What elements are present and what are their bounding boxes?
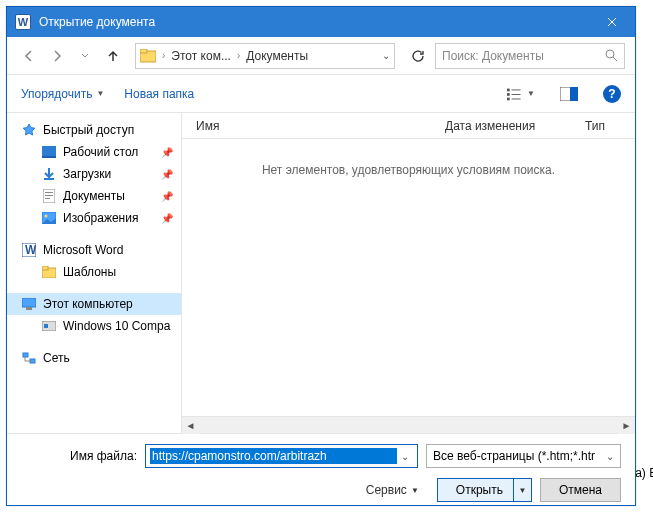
svg-rect-7 [512, 94, 521, 95]
bottom-panel: Имя файла: https://cpamonstro.com/arbitr… [7, 433, 635, 512]
tree-this-pc[interactable]: Этот компьютер [7, 293, 181, 315]
svg-point-18 [45, 215, 48, 218]
tree-win10[interactable]: Windows 10 Compa [7, 315, 181, 337]
pictures-icon [41, 210, 57, 226]
tree-desktop[interactable]: Рабочий стол📌 [7, 141, 181, 163]
star-icon [21, 122, 37, 138]
scroll-right-icon[interactable]: ► [618, 417, 635, 434]
column-date[interactable]: Дата изменения [445, 119, 585, 133]
breadcrumb-separator: › [237, 50, 240, 61]
tree-network[interactable]: Сеть [7, 347, 181, 369]
pin-icon: 📌 [161, 169, 173, 180]
arrow-left-icon [22, 49, 36, 63]
tree-pictures[interactable]: Изображения📌 [7, 207, 181, 229]
chevron-down-icon: ⌄ [606, 451, 614, 462]
svg-rect-15 [45, 195, 53, 196]
back-button[interactable] [17, 44, 41, 68]
svg-rect-10 [570, 87, 578, 101]
svg-rect-8 [512, 98, 521, 99]
chevron-down-icon [80, 51, 90, 61]
folder-icon [140, 48, 156, 64]
search-icon [605, 49, 618, 62]
svg-rect-26 [44, 324, 48, 328]
svg-rect-23 [22, 298, 36, 307]
column-headers: Имя Дата изменения Тип [182, 113, 635, 139]
organize-button[interactable]: Упорядочить▼ [21, 87, 104, 101]
pin-icon: 📌 [161, 213, 173, 224]
empty-message: Нет элементов, удовлетворяющих условиям … [182, 139, 635, 416]
svg-rect-3 [507, 88, 510, 91]
svg-rect-16 [45, 198, 50, 199]
svg-rect-12 [42, 156, 56, 158]
breadcrumb-separator: › [162, 50, 165, 61]
filename-label: Имя файла: [17, 449, 137, 463]
toolbar: Упорядочить▼ Новая папка ▼ ? [7, 75, 635, 113]
pin-icon: 📌 [161, 191, 173, 202]
forward-button[interactable] [45, 44, 69, 68]
folder-icon [41, 264, 57, 280]
open-button[interactable]: Открыть ▼ [437, 478, 532, 502]
new-folder-button[interactable]: Новая папка [124, 87, 194, 101]
dialog-title: Открытие документа [39, 15, 589, 29]
arrow-right-icon [50, 49, 64, 63]
file-type-filter[interactable]: Все веб-страницы (*.htm;*.htr ⌄ [426, 444, 621, 468]
desktop-icon [41, 144, 57, 160]
close-button[interactable] [589, 7, 635, 37]
view-icon [507, 87, 525, 101]
titlebar: W Открытие документа [7, 7, 635, 37]
chevron-down-icon: ▼ [96, 89, 104, 98]
svg-point-2 [606, 50, 614, 58]
tree-quick-access[interactable]: Быстрый доступ [7, 119, 181, 141]
close-icon [607, 17, 617, 27]
pc-icon [21, 296, 37, 312]
view-options-button[interactable]: ▼ [507, 82, 535, 106]
breadcrumb-segment[interactable]: Этот ком... [171, 49, 231, 63]
svg-rect-1 [140, 49, 147, 53]
file-list-area: Имя Дата изменения Тип Нет элементов, уд… [182, 113, 635, 433]
svg-rect-24 [26, 307, 32, 310]
documents-icon [41, 188, 57, 204]
address-bar[interactable]: › Этот ком... › Документы ⌄ [135, 43, 395, 69]
refresh-icon [411, 49, 425, 63]
preview-pane-icon [560, 87, 578, 101]
address-dropdown[interactable]: ⌄ [382, 50, 390, 61]
refresh-button[interactable] [405, 43, 431, 69]
arrow-up-icon [106, 49, 120, 63]
breadcrumb-segment[interactable]: Документы [246, 49, 308, 63]
svg-rect-22 [42, 266, 48, 270]
column-name[interactable]: Имя [196, 119, 445, 133]
navigation-row: › Этот ком... › Документы ⌄ [7, 37, 635, 75]
preview-pane-button[interactable] [555, 82, 583, 106]
recent-locations-button[interactable] [73, 44, 97, 68]
svg-rect-5 [507, 97, 510, 100]
tree-documents[interactable]: Документы📌 [7, 185, 181, 207]
up-button[interactable] [101, 44, 125, 68]
help-button[interactable]: ? [603, 85, 621, 103]
dialog-body: Быстрый доступ Рабочий стол📌 Загрузки📌 Д… [7, 113, 635, 433]
tree-downloads[interactable]: Загрузки📌 [7, 163, 181, 185]
download-icon [41, 166, 57, 182]
horizontal-scrollbar[interactable]: ◄ ► [182, 416, 635, 433]
column-type[interactable]: Тип [585, 119, 635, 133]
word-app-icon: W [15, 14, 31, 30]
filename-combobox[interactable]: https://cpamonstro.com/arbitrazh ⌄ [145, 444, 418, 468]
search-input[interactable] [442, 49, 605, 63]
scroll-left-icon[interactable]: ◄ [182, 417, 199, 434]
svg-rect-11 [42, 146, 56, 156]
svg-text:W: W [25, 243, 36, 257]
pin-icon: 📌 [161, 147, 173, 158]
search-box[interactable] [435, 43, 625, 69]
chevron-down-icon[interactable]: ⌄ [397, 451, 413, 462]
tree-templates[interactable]: Шаблоны [7, 261, 181, 283]
navigation-tree: Быстрый доступ Рабочий стол📌 Загрузки📌 Д… [7, 113, 182, 433]
open-file-dialog: W Открытие документа › Этот ком... › Док… [6, 6, 636, 506]
tree-word[interactable]: W Microsoft Word [7, 239, 181, 261]
tools-button[interactable]: Сервис▼ [366, 483, 419, 497]
filename-value[interactable]: https://cpamonstro.com/arbitrazh [150, 448, 397, 464]
svg-rect-4 [507, 93, 510, 96]
open-split-dropdown[interactable]: ▼ [513, 479, 531, 501]
network-icon [21, 350, 37, 366]
cancel-button[interactable]: Отмена [540, 478, 621, 502]
svg-rect-6 [512, 89, 521, 90]
chevron-down-icon: ▼ [527, 89, 535, 98]
